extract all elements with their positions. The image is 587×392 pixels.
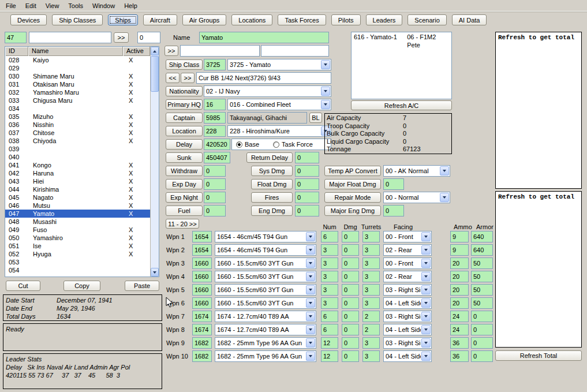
float-dmg-button[interactable]: Float Dmg: [251, 179, 293, 189]
captain-button[interactable]: Captain: [166, 113, 203, 123]
menu-view[interactable]: View: [41, 1, 64, 11]
sys-dmg-field[interactable]: 0: [295, 165, 319, 177]
fires-button[interactable]: Fires: [251, 192, 293, 203]
ship-row-052[interactable]: 052HyugaX: [5, 250, 150, 258]
find-button[interactable]: >>: [114, 32, 129, 43]
weapon-name-select[interactable]: 1660 - 15.5cm/60 3YT Gun: [215, 257, 316, 269]
weapon-num-field[interactable]: 3: [321, 257, 338, 269]
weapon-name-select[interactable]: 1682 - 25mm Type 96 AA Gun: [215, 350, 316, 362]
weapon-ammo-field[interactable]: 9: [450, 244, 469, 256]
fires-field[interactable]: 0: [295, 192, 319, 203]
weapon-ammo-field[interactable]: 24: [450, 324, 469, 335]
chevron-down-icon[interactable]: [440, 193, 449, 202]
sunk-field[interactable]: 450407: [204, 152, 230, 163]
weapon-ammo-field[interactable]: 20: [450, 257, 469, 269]
weapon-facing-select[interactable]: 03 - Right Side: [383, 284, 432, 296]
weapon-ammo-field[interactable]: 20: [450, 284, 469, 296]
chevron-down-icon[interactable]: [306, 338, 315, 348]
weapon-name-select[interactable]: 1654 - 46cm/45 T94 Gun: [215, 244, 316, 256]
menu-help[interactable]: Help: [119, 1, 142, 11]
weapon-dmg-field[interactable]: 0: [342, 311, 359, 322]
weapon-facing-select[interactable]: 00 - Front: [383, 231, 432, 242]
chevron-down-icon[interactable]: [421, 232, 431, 241]
weapon-turrets-field[interactable]: 3: [362, 337, 380, 349]
weapon-ammo-field[interactable]: 20: [450, 271, 469, 282]
ship-row-028[interactable]: 028KaiyoX: [5, 56, 150, 64]
ship-row-036[interactable]: 036NisshinX: [5, 121, 150, 129]
weapon-ammo-field[interactable]: 20: [450, 297, 469, 309]
radio-base[interactable]: Base: [236, 141, 259, 148]
aircraft-listbox[interactable]: 616 - Yamato-1 06 - F1M2 Pete: [351, 32, 452, 99]
scroll-thumb[interactable]: [151, 56, 159, 92]
record-id-field[interactable]: 47: [5, 32, 27, 43]
weapon-num-field[interactable]: 6: [321, 311, 338, 322]
chevron-down-icon[interactable]: [321, 60, 330, 69]
ship-row-049[interactable]: 049FusoX: [5, 226, 150, 234]
eng-dmg-button[interactable]: Eng Dmg: [251, 206, 293, 216]
tab-air-groups[interactable]: Air Groups: [182, 14, 227, 25]
temp-ap-convert-button[interactable]: Temp AP Convert: [324, 166, 381, 176]
eng-dmg-field[interactable]: 0: [295, 205, 319, 216]
ship-row-041[interactable]: 041KongoX: [5, 161, 150, 169]
chevron-down-icon[interactable]: [421, 272, 431, 281]
chevron-down-icon[interactable]: [306, 298, 315, 308]
delay-field[interactable]: 420520: [204, 139, 230, 150]
chevron-down-icon[interactable]: [421, 259, 431, 268]
weapon-facing-select[interactable]: 02 - Rear: [383, 271, 432, 282]
weapon-dmg-field[interactable]: 0: [342, 284, 359, 296]
weapon-id-field[interactable]: 1660: [192, 284, 212, 296]
chevron-down-icon[interactable]: [421, 245, 431, 255]
tab-ships[interactable]: Ships: [108, 14, 138, 25]
ship-row-039[interactable]: 039: [5, 145, 150, 153]
exp-night-button[interactable]: Exp Night: [166, 192, 203, 203]
weapon-ammo-field[interactable]: 36: [450, 337, 469, 349]
match-count-field[interactable]: 0: [137, 32, 160, 43]
ship-row-033[interactable]: 033Chigusa MaruX: [5, 96, 150, 104]
major-float-dmg-field[interactable]: 0: [383, 178, 404, 190]
weapon-name-select[interactable]: 1660 - 15.5cm/60 3YT Gun: [215, 297, 316, 309]
ship-row-050[interactable]: 050YamashiroX: [5, 234, 150, 242]
float-dmg-field[interactable]: 0: [295, 178, 319, 190]
nationality-select[interactable]: 02 - IJ Navy: [204, 85, 331, 97]
weapon-armor-field[interactable]: 50: [471, 297, 493, 309]
weapon-ammo-field[interactable]: 36: [450, 350, 469, 362]
chevron-down-icon[interactable]: [306, 232, 315, 241]
ship-row-032[interactable]: 032Yamashiro MaruX: [5, 88, 150, 96]
weapon-name-select[interactable]: 1674 - 12.7cm/40 T89 AA: [215, 324, 316, 335]
weapon-armor-field[interactable]: 0: [471, 324, 493, 335]
ship-row-051[interactable]: 051IseX: [5, 242, 150, 250]
aircraft-entry[interactable]: 616 - Yamato-1 06 - F1M2 Pete: [354, 33, 449, 49]
ship-class-button[interactable]: Ship Class: [166, 59, 203, 70]
chevron-down-icon[interactable]: [306, 245, 315, 255]
weapon-num-field[interactable]: 12: [321, 350, 338, 362]
scroll-down-button[interactable]: [151, 268, 159, 277]
weapon-dmg-field[interactable]: 0: [342, 244, 359, 256]
prev-ship-button[interactable]: <<: [166, 73, 180, 83]
weapon-id-field[interactable]: 1682: [192, 337, 212, 349]
return-delay-button[interactable]: Return Delay: [246, 152, 293, 163]
ship-row-034[interactable]: 034: [5, 104, 150, 113]
nationality-button[interactable]: Nationality: [166, 86, 203, 96]
weapon-dmg-field[interactable]: 0: [342, 350, 359, 362]
exp-night-field[interactable]: 0: [204, 192, 226, 203]
ship-search-input[interactable]: [29, 32, 111, 43]
ship-row-043[interactable]: 043HieiX: [5, 177, 150, 185]
weapon-facing-select[interactable]: 04 - Left Side: [383, 297, 432, 309]
tab-task-forces[interactable]: Task Forces: [278, 14, 326, 25]
ship-name-field[interactable]: Yamato: [199, 32, 329, 43]
chevron-down-icon[interactable]: [421, 325, 431, 334]
ship-list-scrollbar[interactable]: [150, 47, 159, 277]
chevron-down-icon[interactable]: [306, 285, 315, 294]
sunk-button[interactable]: Sunk: [166, 152, 203, 163]
withdraw-button[interactable]: Withdraw: [166, 166, 203, 176]
weapons-11-20-button[interactable]: 11 - 20 >>: [166, 219, 199, 229]
weapon-name-select[interactable]: 1682 - 25mm Type 96 AA Gun: [215, 337, 316, 349]
weapon-num-field[interactable]: 6: [321, 231, 338, 242]
weapon-num-field[interactable]: 3: [321, 244, 338, 256]
tab-pilots[interactable]: Pilots: [331, 14, 361, 25]
bl-button[interactable]: BL: [309, 113, 322, 123]
weapon-dmg-field[interactable]: 0: [342, 231, 359, 242]
tab-ai-data[interactable]: AI Data: [452, 14, 487, 25]
weapon-facing-select[interactable]: 04 - Left Side: [383, 350, 432, 362]
primary-hq-select[interactable]: 016 - Combined Fleet: [227, 99, 331, 110]
